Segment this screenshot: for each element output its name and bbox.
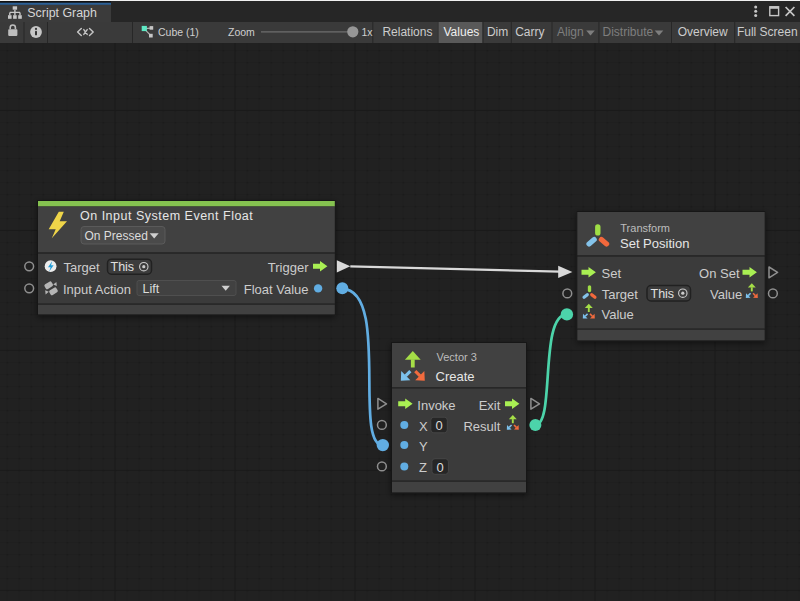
svg-text:Zoom: Zoom <box>228 26 255 38</box>
svg-text:This: This <box>111 260 135 274</box>
svg-text:On Set: On Set <box>699 266 740 281</box>
svg-text:Script Graph: Script Graph <box>27 6 97 20</box>
svg-text:Target: Target <box>64 260 101 275</box>
svg-text:Y: Y <box>419 439 428 454</box>
svg-text:Set Position: Set Position <box>620 236 689 251</box>
svg-text:This: This <box>651 287 675 301</box>
svg-text:Float Value: Float Value <box>244 282 309 297</box>
svg-text:Transform: Transform <box>620 222 670 234</box>
svg-text:Overview: Overview <box>678 25 728 39</box>
svg-text:Result: Result <box>463 419 500 434</box>
svg-text:Distribute: Distribute <box>603 25 654 39</box>
svg-text:Set: Set <box>602 266 622 281</box>
svg-text:Value: Value <box>710 287 742 302</box>
svg-text:Value: Value <box>602 307 634 322</box>
svg-text:Dim: Dim <box>487 25 508 39</box>
svg-text:Exit: Exit <box>479 398 501 413</box>
svg-text:0: 0 <box>436 460 443 475</box>
svg-text:Create: Create <box>436 369 475 384</box>
svg-text:Align: Align <box>557 25 584 39</box>
svg-text:Cube (1): Cube (1) <box>158 26 199 38</box>
svg-text:Lift: Lift <box>143 282 160 296</box>
svg-text:Invoke: Invoke <box>417 398 455 413</box>
svg-text:Target: Target <box>602 287 639 302</box>
svg-text:On Pressed: On Pressed <box>85 229 148 243</box>
svg-text:X: X <box>419 419 428 434</box>
svg-text:1x: 1x <box>362 26 374 38</box>
svg-text:Carry: Carry <box>515 25 544 39</box>
svg-text:On Input System Event Float: On Input System Event Float <box>80 209 253 223</box>
svg-text:Values: Values <box>444 25 480 39</box>
svg-text:Input Action: Input Action <box>63 282 131 297</box>
svg-text:Trigger: Trigger <box>268 260 309 275</box>
svg-text:Full Screen: Full Screen <box>737 25 798 39</box>
svg-text:Z: Z <box>419 460 427 475</box>
svg-text:Relations: Relations <box>382 25 432 39</box>
svg-text:0: 0 <box>435 418 442 433</box>
svg-text:Vector 3: Vector 3 <box>437 351 477 363</box>
